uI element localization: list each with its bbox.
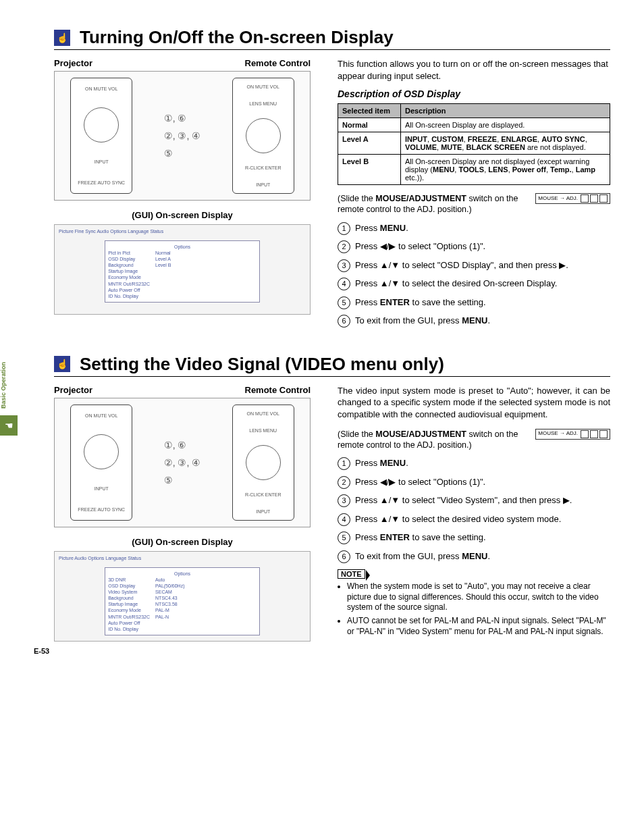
side-tab-label: Basic Operation (0, 358, 7, 413)
step-item: Press ▲/▼ to select the desired On-scree… (338, 278, 610, 290)
step-item: Press ENTER to save the setting. (338, 296, 610, 309)
hand-icon: ☚ (0, 415, 18, 436)
gui-label: (GUI) On-screen Display (54, 537, 311, 547)
gui-header: Options (108, 244, 257, 250)
step-item: Press ▲/▼ to select "OSD Display", and t… (338, 259, 610, 271)
mouse-adj-switch-icon: MOUSE → ADJ. (535, 429, 610, 440)
callouts: ①, ⑥ ②, ③, ④ ⑤ (164, 113, 201, 159)
callout-2: ②, ③, ④ (164, 130, 201, 141)
step-item: Press ◀/▶ to select "Options (1)". (338, 240, 610, 253)
slide-note: (Slide the MOUSE/ADJUSTMENT switch on th… (338, 193, 610, 215)
hardware-diagram: ON MUTE VOLINPUTFREEZE AUTO SYNC ①, ⑥ ②,… (54, 71, 311, 201)
diagram-labels: Projector Remote Control (54, 58, 311, 68)
subhead: Description of OSD Display (338, 88, 610, 99)
projector-outline: ON MUTE VOLINPUTFREEZE AUTO SYNC (70, 78, 132, 194)
section1-title: Turning On/Off the On-screen Display (80, 27, 394, 48)
steps-list: Press MENU.Press ◀/▶ to select "Options … (338, 457, 610, 562)
th-desc: Description (401, 104, 610, 118)
step-item: Press ▲/▼ to select "Video System", and … (338, 494, 610, 506)
step-item: Press ◀/▶ to select "Options (1)". (338, 476, 610, 488)
callout-3: ⑤ (164, 475, 201, 486)
page-number: E-53 (34, 647, 49, 655)
note-label: NOTE (338, 569, 365, 579)
gui-panel: Options Pict in PictOSD DisplayBackgroun… (105, 240, 260, 303)
gui-screenshot: Picture Audio Options Language Status Op… (54, 551, 311, 642)
th-selected: Selected item (338, 104, 401, 118)
step-item: Press MENU. (338, 457, 610, 469)
step-item: Press MENU. (338, 222, 610, 234)
step-item: Press ▲/▼ to select the desired video sy… (338, 513, 610, 525)
step-item: To exit from the GUI, press MENU. (338, 315, 610, 327)
intro-text: The video input system mode is preset to… (338, 385, 610, 421)
label-projector: Projector (54, 58, 92, 68)
label-remote: Remote Control (245, 58, 311, 68)
diagram-labels: Projector Remote Control (54, 385, 311, 395)
gui-label: (GUI) On-screen Display (54, 210, 311, 220)
osd-table: Selected item Description Normal All On-… (338, 103, 610, 185)
callout-1: ①, ⑥ (164, 113, 201, 124)
notes-list: When the system mode is set to "Auto", y… (338, 581, 610, 637)
projector-outline: ON MUTE VOLINPUTFREEZE AUTO SYNC (70, 405, 132, 521)
label-projector: Projector (54, 385, 92, 395)
gui-side: NormalLevel ALevel B (155, 250, 171, 299)
note-item: AUTO cannot be set for PAL-M and PAL-N i… (347, 616, 610, 637)
remote-outline: ON MUTE VOLLENS MENUR-CLICK ENTERINPUT (232, 78, 294, 194)
gui-header: Options (108, 571, 257, 577)
table-row: Normal All On-screen Display are display… (338, 118, 610, 132)
side-tab: Basic Operation ☚ (0, 358, 18, 436)
slide-note: (Slide the MOUSE/ADJUSTMENT switch on th… (338, 429, 610, 451)
section2-title: Setting the Video Signal (VIDEO menu onl… (80, 354, 444, 375)
table-row: Level B All On-screen Display are not di… (338, 155, 610, 185)
gui-items: Pict in PictOSD DisplayBackgroundStartup… (108, 250, 150, 299)
label-remote: Remote Control (245, 385, 311, 395)
hardware-diagram: ON MUTE VOLINPUTFREEZE AUTO SYNC ①, ⑥ ②,… (54, 398, 311, 527)
gui-panel: Options 3D DNROSD DisplayVideo SystemBac… (105, 567, 260, 635)
gui-items: 3D DNROSD DisplayVideo SystemBackgroundS… (108, 577, 150, 632)
section2-title-row: ☝ Setting the Video Signal (VIDEO menu o… (54, 354, 610, 377)
section1-title-row: ☝ Turning On/Off the On-screen Display (54, 27, 610, 50)
hand-pointer-icon: ☝ (54, 30, 70, 46)
step-item: Press ENTER to save the setting. (338, 531, 610, 544)
remote-outline: ON MUTE VOLLENS MENUR-CLICK ENTERINPUT (232, 405, 294, 521)
gui-tabs: Picture Fine Sync Audio Options Language… (59, 229, 306, 234)
note-item: When the system mode is set to "Auto", y… (347, 581, 610, 613)
mouse-adj-switch-icon: MOUSE → ADJ. (535, 193, 610, 204)
intro-text: This function allows you to turn on or o… (338, 58, 610, 82)
gui-screenshot: Picture Fine Sync Audio Options Language… (54, 224, 311, 315)
gui-tabs: Picture Audio Options Language Status (59, 556, 306, 561)
table-row: Level A INPUT, CUSTOM, FREEZE, ENLARGE, … (338, 132, 610, 155)
hand-pointer-icon: ☝ (54, 356, 70, 372)
steps-list: Press MENU.Press ◀/▶ to select "Options … (338, 222, 610, 327)
step-item: To exit from the GUI, press MENU. (338, 550, 610, 563)
gui-side: AutoPAL(50/60Hz)SECAMNTSC4.43NTSC3.58PAL… (155, 577, 184, 632)
callouts: ①, ⑥ ②, ③, ④ ⑤ (164, 440, 201, 486)
callout-1: ①, ⑥ (164, 440, 201, 450)
callout-2: ②, ③, ④ (164, 457, 201, 468)
callout-3: ⑤ (164, 148, 201, 159)
